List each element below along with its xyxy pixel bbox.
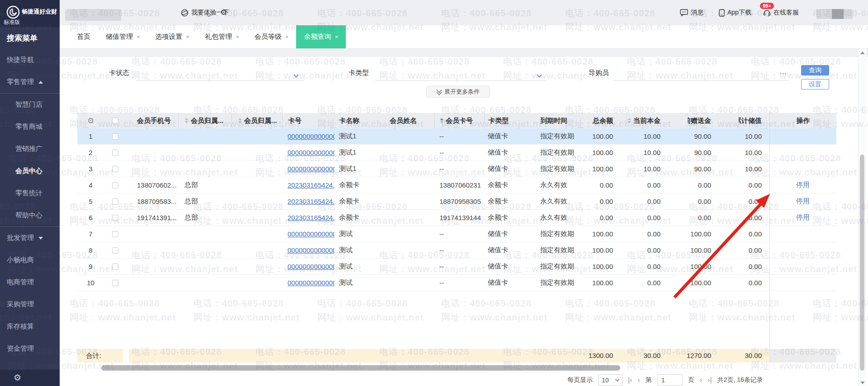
card-number-link[interactable]: 202303165424. — [288, 214, 335, 221]
disable-card-link[interactable]: 停用 — [796, 197, 810, 206]
guide-input[interactable] — [614, 80, 789, 81]
table-row-3[interactable]: 30000000000000测试1--储值卡指定有效期100.0010.0090… — [77, 161, 836, 177]
app-download-button[interactable]: App下载 — [719, 9, 751, 17]
vertical-scrollbar-thumb[interactable] — [860, 155, 864, 371]
row-checkbox[interactable] — [112, 231, 118, 237]
tab-close-icon[interactable]: × — [335, 33, 338, 40]
table-row-4[interactable]: 4138070602...总部202303165424.余额卡138070602… — [77, 177, 836, 193]
table-settings-gear-icon[interactable]: ⚙ — [87, 116, 94, 126]
row-checkbox[interactable] — [112, 215, 118, 221]
sidebar-item-13[interactable]: 库存核算 — [0, 315, 60, 338]
card-status-chevron-icon[interactable] — [294, 71, 298, 79]
messages-button[interactable]: 消息 — [680, 9, 703, 17]
row-checkbox[interactable] — [112, 133, 118, 140]
tab-close-icon[interactable]: × — [186, 33, 190, 40]
sidebar-item-label: 智慧门店 — [15, 100, 42, 109]
expand-more-conditions-button[interactable]: 展开更多条件 — [426, 86, 490, 98]
tab-6[interactable]: 余额查询× — [296, 25, 346, 48]
row-checkbox[interactable] — [112, 198, 118, 205]
row-checkbox[interactable] — [112, 182, 118, 188]
card-number-link[interactable]: 0000000000000 — [288, 149, 335, 156]
card-number-link[interactable]: 0000000000000 — [288, 165, 335, 173]
table-row-10[interactable]: 100000000000000测试--储值卡指定有效期100.000.00100… — [77, 275, 836, 291]
sort-icon[interactable] — [440, 118, 443, 123]
sidebar-item-5[interactable]: 营销推广 — [0, 138, 60, 160]
sort-icon[interactable] — [185, 118, 189, 123]
row-checkbox[interactable] — [112, 247, 118, 254]
table-row-6[interactable]: 6191741391...总部202303165424.余额卡191741391… — [77, 210, 836, 226]
sidebar-item-14[interactable]: 资金管理 — [0, 338, 60, 360]
cell-org2 — [231, 128, 282, 144]
cell-member_card: 19174139144 — [434, 210, 484, 226]
card-number-link[interactable]: 202303165424. — [288, 181, 335, 189]
sidebar-item-10[interactable]: 小畅电商 — [0, 249, 60, 271]
disable-card-link[interactable]: 停用 — [796, 213, 810, 222]
select-all-checkbox[interactable] — [112, 118, 118, 124]
scroll-up-arrow-icon[interactable] — [860, 52, 865, 54]
sidebar-item-3[interactable]: 智慧门店 — [0, 94, 60, 116]
sidebar-item-7[interactable]: 零售统计 — [0, 182, 60, 204]
disable-card-link[interactable]: 停用 — [796, 181, 810, 189]
last-page-button[interactable]: ›| — [708, 376, 712, 384]
next-page-button[interactable]: › — [700, 376, 702, 384]
sidebar-item-6[interactable]: 会员中心 — [0, 160, 60, 182]
sidebar-settings-gear-icon[interactable]: ⚙ — [14, 372, 21, 383]
row-checkbox[interactable] — [112, 150, 118, 156]
sidebar-item-11[interactable]: 电商管理 — [0, 271, 60, 293]
tab-1[interactable]: 首页 — [69, 25, 98, 48]
more-filters-ellipsis[interactable]: ... — [780, 68, 787, 75]
page-number-input[interactable]: 1 — [657, 374, 683, 386]
vertical-scrollbar[interactable] — [858, 49, 866, 386]
sidebar-item-4[interactable]: 零售商城 — [0, 116, 60, 138]
prev-page-button[interactable]: ‹ — [637, 376, 640, 384]
cell-value-card_name: 测试 — [339, 278, 353, 287]
row-checkbox[interactable] — [112, 166, 118, 172]
card-status-input[interactable] — [136, 80, 304, 81]
sort-icon[interactable] — [238, 118, 242, 123]
card-type-chevron-icon[interactable] — [538, 71, 541, 79]
table-row-1[interactable]: 10000000000000测试1--储值卡指定有效期100.0010.0090… — [77, 128, 836, 145]
table-row-7[interactable]: 70000000000000测试--储值卡指定有效期100.000.00100.… — [77, 226, 836, 242]
row-checkbox[interactable] — [112, 264, 118, 270]
cell-check — [104, 242, 127, 258]
tab-close-icon[interactable]: × — [137, 33, 140, 40]
scroll-down-arrow-icon[interactable] — [860, 381, 865, 384]
tab-5[interactable]: 会员等级× — [247, 25, 297, 48]
table-row-9[interactable]: 90000000000000测试--储值卡指定有效期100.000.00100.… — [77, 259, 836, 275]
sort-icon[interactable] — [627, 118, 631, 123]
tab-label: 储值管理 — [106, 33, 133, 41]
card-number-link[interactable]: 0000000000000 — [288, 279, 335, 287]
first-page-button[interactable]: |‹ — [628, 376, 632, 384]
card-number-link[interactable]: 0000000000000 — [288, 246, 335, 254]
card-type-input[interactable] — [375, 80, 547, 81]
cell-phone: 191741391... — [127, 210, 178, 226]
sidebar-item-12[interactable]: 采购管理 — [0, 293, 60, 315]
tab-close-icon[interactable]: × — [236, 33, 239, 40]
cell-value-card_name: 余额卡 — [339, 197, 359, 206]
per-page-select[interactable]: 10 — [598, 374, 623, 386]
tab-close-icon[interactable]: × — [285, 33, 289, 40]
card-number-link[interactable]: 0000000000000 — [288, 132, 335, 140]
tab-2[interactable]: 储值管理× — [98, 25, 148, 48]
cell-card_type: 储值卡 — [484, 145, 536, 160]
sidebar-item-9[interactable]: 批发管理 — [0, 227, 60, 249]
sidebar-item-search-menu[interactable]: 搜索菜单 — [0, 28, 60, 49]
sidebar-item-8[interactable]: 帮助中心 — [0, 204, 60, 226]
sidebar-item-2[interactable]: 零售管理 — [0, 71, 60, 93]
settings-button[interactable]: 设置 — [801, 79, 829, 89]
horizontal-scrollbar[interactable] — [101, 365, 620, 371]
card-number-link[interactable]: 0000000000000 — [288, 230, 335, 238]
tab-4[interactable]: 礼包管理× — [197, 25, 247, 48]
query-button[interactable]: 查询 — [801, 65, 829, 75]
tab-3[interactable]: 选项设置× — [148, 25, 198, 48]
sidebar-item-1[interactable]: 快捷导航 — [0, 49, 60, 71]
table-row-5[interactable]: 5188709583...总部202303165424.余额卡188709583… — [77, 193, 836, 210]
experience-button[interactable]: 我要体验一下 — [181, 9, 229, 17]
row-checkbox[interactable] — [112, 280, 118, 286]
table-row-8[interactable]: 80000000000000测试--储值卡指定有效期100.000.00100.… — [77, 242, 836, 259]
table-row-2[interactable]: 20000000000000测试1--储值卡指定有效期100.0010.0090… — [77, 145, 836, 161]
card-number-link[interactable]: 202303165424. — [288, 198, 335, 205]
online-support-button[interactable]: 在线客服 — [763, 9, 799, 17]
cell-member_name — [385, 193, 434, 209]
card-number-link[interactable]: 0000000000000 — [288, 263, 335, 270]
